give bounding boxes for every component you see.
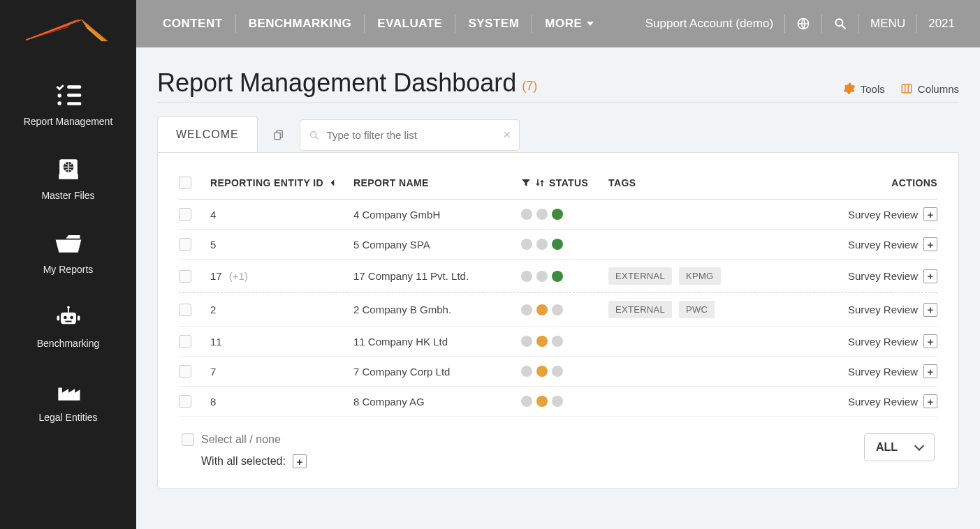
row-checkbox[interactable] [179,335,191,348]
cell-entity-id: 17 (+1) [210,270,353,282]
sort-left-icon [328,178,337,188]
chevron-down-icon [914,440,924,450]
survey-review-link[interactable]: Survey Review [848,239,918,251]
account-name[interactable]: Support Account (demo) [634,15,784,33]
svg-point-1 [57,94,61,98]
folder-icon [53,230,84,257]
status-dot [552,271,563,282]
select-all-checkbox[interactable] [179,177,191,189]
topnav-content[interactable]: CONTENT [150,15,235,33]
top-nav: CONTENT BENCHMARKING EVALUATE SYSTEM MOR… [150,15,606,33]
status-dot [552,209,563,220]
tag[interactable]: EXTERNAL [608,267,672,285]
cell-status [521,209,608,220]
report-table-card: REPORTING ENTITY ID REPORT NAME STATUS T… [157,152,959,489]
cell-entity-id: 8 [210,396,353,408]
table-row: 17 (+1)17 Company 11 Pvt. Ltd.EXTERNALKP… [179,260,937,293]
table-row: 88 Company AGSurvey Review+ [179,387,937,417]
survey-review-link[interactable]: Survey Review [848,209,918,221]
column-report-name[interactable]: REPORT NAME [353,177,521,188]
row-checkbox[interactable] [179,208,191,221]
tools-button[interactable]: Tools [843,82,885,95]
filter-select[interactable]: ALL [864,433,935,461]
status-dot [536,336,548,347]
status-dot [536,304,548,315]
survey-review-link[interactable]: Survey Review [848,270,918,282]
select-all-none-checkbox[interactable] [182,433,194,446]
svg-rect-12 [68,308,69,312]
cell-report-name: 8 Company AG [353,396,521,408]
row-checkbox[interactable] [179,304,191,316]
sidebar-item-label: Legal Entities [38,412,97,423]
row-more-button[interactable]: + [923,334,937,348]
row-more-button[interactable]: + [923,237,937,251]
row-checkbox[interactable] [179,395,191,408]
cell-report-name: 11 Company HK Ltd [353,336,521,348]
columns-button[interactable]: Columns [900,82,959,95]
svg-line-18 [842,26,846,29]
filter-icon [521,178,531,188]
table-row: 77 Company Corp LtdSurvey Review+ [179,357,937,387]
column-status[interactable]: STATUS [521,177,608,188]
status-dot [552,366,563,377]
status-dot [536,366,548,377]
svg-rect-15 [77,315,80,320]
globe-book-icon [53,156,84,183]
with-all-selected: With all selected: + [201,454,307,468]
row-more-button[interactable]: + [923,303,937,317]
topnav-benchmarking[interactable]: BENCHMARKING [235,15,365,33]
status-dot [552,239,563,250]
tab-welcome[interactable]: WELCOME [157,117,258,152]
search-icon [309,130,320,141]
row-checkbox[interactable] [179,270,191,283]
column-tags[interactable]: TAGS [608,177,819,188]
cell-status [521,336,608,347]
filter-input[interactable] [327,129,503,141]
tab-row: WELCOME × [157,117,959,152]
svg-point-13 [67,306,70,309]
search-icon[interactable] [821,15,858,33]
sidebar-item-master-files[interactable]: Master Files [0,144,136,218]
topnav-more[interactable]: MORE [532,15,606,33]
row-more-button[interactable]: + [923,394,937,408]
cell-actions: Survey Review+ [819,237,937,251]
topnav-evaluate[interactable]: EVALUATE [364,15,455,33]
select-all-none[interactable]: Select all / none [182,433,307,446]
copy-tab-button[interactable] [258,117,300,152]
survey-review-link[interactable]: Survey Review [848,366,918,378]
topnav-menu[interactable]: MENU [858,15,916,33]
survey-review-link[interactable]: Survey Review [848,304,918,315]
survey-review-link[interactable]: Survey Review [848,396,918,408]
status-dot [552,396,563,407]
survey-review-link[interactable]: Survey Review [848,336,918,348]
clear-filter-button[interactable]: × [503,128,511,142]
topnav-year[interactable]: 2021 [916,15,966,33]
globe-icon[interactable] [784,15,821,33]
column-reporting-entity-id[interactable]: REPORTING ENTITY ID [210,177,353,188]
status-dot [536,239,548,250]
tag[interactable]: KPMG [679,267,720,285]
row-checkbox[interactable] [179,238,191,251]
sidebar-item-legal-entities[interactable]: Legal Entities [0,366,136,440]
cell-entity-id: 5 [210,239,353,251]
cell-status [521,396,608,407]
top-bar: CONTENT BENCHMARKING EVALUATE SYSTEM MOR… [136,0,980,47]
svg-rect-11 [65,321,71,322]
page-count: (7) [522,79,537,94]
row-more-button[interactable]: + [923,269,937,283]
tag[interactable]: EXTERNAL [608,301,672,318]
tag[interactable]: PWC [679,301,715,318]
bulk-action-button[interactable]: + [293,454,307,468]
cell-report-name: 5 Company SPA [353,239,521,251]
sidebar-item-benchmarking[interactable]: Benchmarking [0,292,136,366]
status-dot [552,304,563,315]
cell-report-name: 2 Company B Gmbh. [353,304,521,315]
row-checkbox[interactable] [179,365,191,378]
checklist-icon [53,82,84,109]
row-more-button[interactable]: + [923,364,937,378]
sidebar-item-report-management[interactable]: Report Management [0,70,136,144]
sidebar-item-my-reports[interactable]: My Reports [0,218,136,292]
row-more-button[interactable]: + [923,207,937,221]
topnav-system[interactable]: SYSTEM [455,15,532,33]
svg-point-17 [835,19,842,26]
